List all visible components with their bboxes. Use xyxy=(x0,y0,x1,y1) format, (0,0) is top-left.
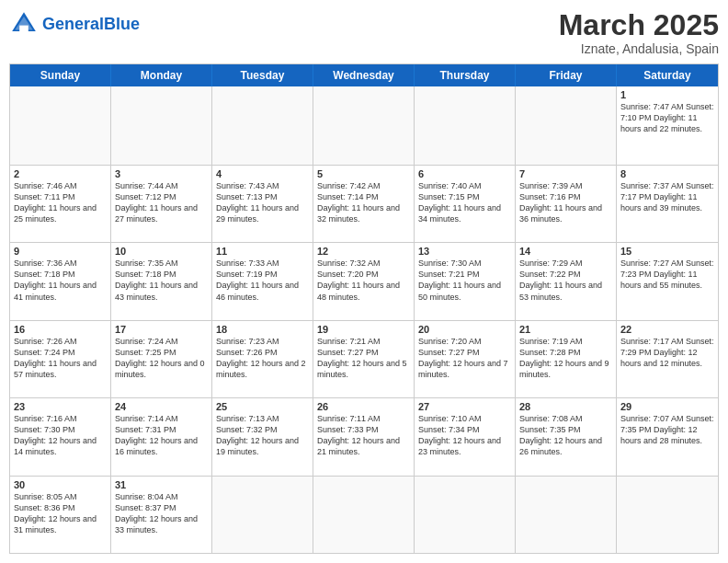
day-cell: 9Sunrise: 7:36 AM Sunset: 7:18 PM Daylig… xyxy=(10,243,111,319)
day-number: 9 xyxy=(14,246,107,257)
day-cell: 3Sunrise: 7:44 AM Sunset: 7:12 PM Daylig… xyxy=(111,166,212,242)
day-number: 26 xyxy=(317,401,410,412)
day-info: Sunrise: 7:14 AM Sunset: 7:31 PM Dayligh… xyxy=(115,413,208,458)
day-info: Sunrise: 7:08 AM Sunset: 7:35 PM Dayligh… xyxy=(519,413,612,458)
day-header-tuesday: Tuesday xyxy=(212,64,313,86)
svg-rect-2 xyxy=(19,26,28,31)
day-header-monday: Monday xyxy=(111,64,212,86)
day-cell: 20Sunrise: 7:20 AM Sunset: 7:27 PM Dayli… xyxy=(415,321,516,397)
calendar-body: 1Sunrise: 7:47 AM Sunset: 7:10 PM Daylig… xyxy=(10,86,718,553)
day-info: Sunrise: 7:43 AM Sunset: 7:13 PM Dayligh… xyxy=(216,180,309,225)
calendar-row: 23Sunrise: 7:16 AM Sunset: 7:30 PM Dayli… xyxy=(10,397,718,475)
day-cell xyxy=(516,477,617,553)
day-info: Sunrise: 7:21 AM Sunset: 7:27 PM Dayligh… xyxy=(317,336,410,381)
day-info: Sunrise: 7:29 AM Sunset: 7:22 PM Dayligh… xyxy=(519,258,612,303)
day-number: 12 xyxy=(317,246,410,257)
day-number: 19 xyxy=(317,324,410,335)
day-cell: 16Sunrise: 7:26 AM Sunset: 7:24 PM Dayli… xyxy=(10,321,111,397)
day-cell: 14Sunrise: 7:29 AM Sunset: 7:22 PM Dayli… xyxy=(516,243,617,319)
day-cell: 29Sunrise: 7:07 AM Sunset: 7:35 PM Dayli… xyxy=(617,398,718,475)
day-cell: 17Sunrise: 7:24 AM Sunset: 7:25 PM Dayli… xyxy=(111,321,212,397)
day-info: Sunrise: 7:30 AM Sunset: 7:21 PM Dayligh… xyxy=(418,258,511,303)
day-cell: 26Sunrise: 7:11 AM Sunset: 7:33 PM Dayli… xyxy=(313,398,415,475)
day-cell: 5Sunrise: 7:42 AM Sunset: 7:14 PM Daylig… xyxy=(313,166,415,242)
day-cell: 7Sunrise: 7:39 AM Sunset: 7:16 PM Daylig… xyxy=(516,166,617,242)
day-cell xyxy=(111,86,212,164)
day-cell: 8Sunrise: 7:37 AM Sunset: 7:17 PM Daylig… xyxy=(617,166,718,242)
day-header-thursday: Thursday xyxy=(415,64,516,86)
day-info: Sunrise: 7:36 AM Sunset: 7:18 PM Dayligh… xyxy=(14,258,107,303)
calendar-row: 16Sunrise: 7:26 AM Sunset: 7:24 PM Dayli… xyxy=(10,320,718,397)
day-cell: 21Sunrise: 7:19 AM Sunset: 7:28 PM Dayli… xyxy=(516,321,617,397)
day-number: 6 xyxy=(418,168,511,179)
day-number: 10 xyxy=(115,246,208,257)
day-info: Sunrise: 8:04 AM Sunset: 8:37 PM Dayligh… xyxy=(115,491,208,536)
day-cell: 6Sunrise: 7:40 AM Sunset: 7:15 PM Daylig… xyxy=(415,166,516,242)
day-cell: 31Sunrise: 8:04 AM Sunset: 8:37 PM Dayli… xyxy=(111,477,212,553)
day-info: Sunrise: 7:23 AM Sunset: 7:26 PM Dayligh… xyxy=(216,336,309,381)
day-cell: 15Sunrise: 7:27 AM Sunset: 7:23 PM Dayli… xyxy=(617,243,718,319)
day-number: 29 xyxy=(620,401,714,412)
day-cell: 25Sunrise: 7:13 AM Sunset: 7:32 PM Dayli… xyxy=(212,398,313,475)
day-cell: 18Sunrise: 7:23 AM Sunset: 7:26 PM Dayli… xyxy=(212,321,313,397)
day-info: Sunrise: 7:17 AM Sunset: 7:29 PM Dayligh… xyxy=(620,336,714,369)
day-cell xyxy=(617,477,718,553)
day-number: 25 xyxy=(216,401,309,412)
day-number: 3 xyxy=(115,168,208,179)
day-number: 1 xyxy=(620,89,714,100)
calendar: SundayMondayTuesdayWednesdayThursdayFrid… xyxy=(9,63,719,554)
day-number: 2 xyxy=(14,168,107,179)
logo: GeneralBlue xyxy=(9,9,140,39)
day-cell: 27Sunrise: 7:10 AM Sunset: 7:34 PM Dayli… xyxy=(415,398,516,475)
logo-blue: Blue xyxy=(104,15,140,33)
day-cell: 11Sunrise: 7:33 AM Sunset: 7:19 PM Dayli… xyxy=(212,243,313,319)
day-number: 4 xyxy=(216,168,309,179)
day-info: Sunrise: 7:39 AM Sunset: 7:16 PM Dayligh… xyxy=(519,180,612,225)
day-info: Sunrise: 7:40 AM Sunset: 7:15 PM Dayligh… xyxy=(418,180,511,225)
day-header-saturday: Saturday xyxy=(617,64,718,86)
day-number: 30 xyxy=(14,479,107,490)
day-number: 22 xyxy=(620,324,714,335)
day-number: 8 xyxy=(620,168,714,179)
header: GeneralBlue March 2025 Iznate, Andalusia… xyxy=(9,9,719,56)
day-info: Sunrise: 7:10 AM Sunset: 7:34 PM Dayligh… xyxy=(418,413,511,458)
day-cell xyxy=(10,86,111,164)
day-number: 20 xyxy=(418,324,511,335)
day-cell xyxy=(415,86,516,164)
day-number: 16 xyxy=(14,324,107,335)
day-info: Sunrise: 7:20 AM Sunset: 7:27 PM Dayligh… xyxy=(418,336,511,381)
day-info: Sunrise: 7:26 AM Sunset: 7:24 PM Dayligh… xyxy=(14,336,107,381)
day-cell: 13Sunrise: 7:30 AM Sunset: 7:21 PM Dayli… xyxy=(415,243,516,319)
day-info: Sunrise: 8:05 AM Sunset: 8:36 PM Dayligh… xyxy=(14,491,107,536)
day-number: 23 xyxy=(14,401,107,412)
day-cell: 1Sunrise: 7:47 AM Sunset: 7:10 PM Daylig… xyxy=(617,86,718,164)
day-cell: 2Sunrise: 7:46 AM Sunset: 7:11 PM Daylig… xyxy=(10,166,111,242)
day-info: Sunrise: 7:33 AM Sunset: 7:19 PM Dayligh… xyxy=(216,258,309,303)
day-info: Sunrise: 7:32 AM Sunset: 7:20 PM Dayligh… xyxy=(317,258,410,303)
day-info: Sunrise: 7:19 AM Sunset: 7:28 PM Dayligh… xyxy=(519,336,612,381)
logo-general: General xyxy=(42,15,104,33)
day-info: Sunrise: 7:47 AM Sunset: 7:10 PM Dayligh… xyxy=(620,101,714,134)
location-subtitle: Iznate, Andalusia, Spain xyxy=(559,41,719,56)
calendar-row: 2Sunrise: 7:46 AM Sunset: 7:11 PM Daylig… xyxy=(10,165,718,242)
day-cell: 4Sunrise: 7:43 AM Sunset: 7:13 PM Daylig… xyxy=(212,166,313,242)
day-info: Sunrise: 7:44 AM Sunset: 7:12 PM Dayligh… xyxy=(115,180,208,225)
day-cell: 28Sunrise: 7:08 AM Sunset: 7:35 PM Dayli… xyxy=(516,398,617,475)
day-cell: 12Sunrise: 7:32 AM Sunset: 7:20 PM Dayli… xyxy=(313,243,415,319)
day-info: Sunrise: 7:07 AM Sunset: 7:35 PM Dayligh… xyxy=(620,413,714,446)
day-header-sunday: Sunday xyxy=(10,64,111,86)
day-cell xyxy=(212,477,313,553)
day-header-wednesday: Wednesday xyxy=(313,64,415,86)
day-cell xyxy=(313,86,415,164)
day-number: 13 xyxy=(418,246,511,257)
page: GeneralBlue March 2025 Iznate, Andalusia… xyxy=(0,0,728,563)
day-info: Sunrise: 7:42 AM Sunset: 7:14 PM Dayligh… xyxy=(317,180,410,225)
day-number: 18 xyxy=(216,324,309,335)
day-info: Sunrise: 7:27 AM Sunset: 7:23 PM Dayligh… xyxy=(620,258,714,291)
day-number: 7 xyxy=(519,168,612,179)
day-headers: SundayMondayTuesdayWednesdayThursdayFrid… xyxy=(10,64,718,86)
day-number: 21 xyxy=(519,324,612,335)
day-cell xyxy=(516,86,617,164)
calendar-row: 1Sunrise: 7:47 AM Sunset: 7:10 PM Daylig… xyxy=(10,86,718,164)
calendar-row: 30Sunrise: 8:05 AM Sunset: 8:36 PM Dayli… xyxy=(10,476,718,553)
